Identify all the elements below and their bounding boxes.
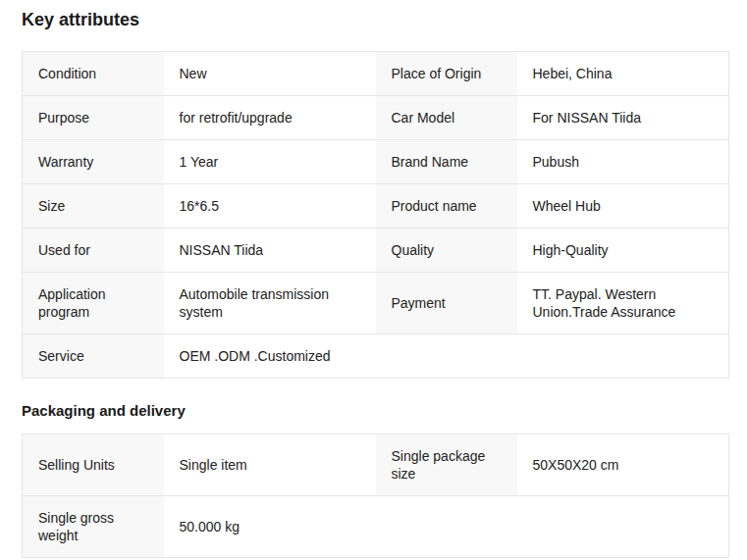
attr-value-quality: High-Quality xyxy=(517,229,729,273)
attr-value-single-gross-weight: 50.000 kg xyxy=(164,496,729,558)
attr-label-selling-units: Selling Units xyxy=(23,434,164,496)
table-row: Selling Units Single item Single package… xyxy=(23,434,729,496)
attr-value-application-program: Automobile transmission system xyxy=(164,273,376,334)
attr-label-single-package-size: Single package size xyxy=(376,434,517,496)
table-row: Purpose for retrofit/upgrade Car Model F… xyxy=(23,96,729,140)
table-row: Application program Automobile transmiss… xyxy=(23,273,729,334)
attr-label-product-name: Product name xyxy=(376,184,517,229)
attr-label-payment: Payment xyxy=(376,273,517,334)
attr-value-place-of-origin: Hebei, China xyxy=(517,52,729,96)
attr-value-size: 16*6.5 xyxy=(164,184,376,229)
attr-label-service: Service xyxy=(23,334,164,379)
attr-label-place-of-origin: Place of Origin xyxy=(376,52,517,96)
attr-label-single-gross-weight: Single gross weight xyxy=(23,496,164,558)
table-row: Condition New Place of Origin Hebei, Chi… xyxy=(23,52,729,96)
attr-value-selling-units: Single item xyxy=(164,434,376,496)
attr-value-service: OEM .ODM .Customized xyxy=(164,334,729,379)
attr-value-condition: New xyxy=(164,52,376,96)
table-row: Warranty 1 Year Brand Name Pubush xyxy=(23,140,729,184)
packaging-delivery-title: Packaging and delivery xyxy=(22,402,729,419)
table-row: Service OEM .ODM .Customized xyxy=(23,334,729,379)
attr-value-car-model: For NISSAN Tiida xyxy=(517,96,729,140)
attr-label-application-program: Application program xyxy=(23,273,164,334)
attr-value-brand-name: Pubush xyxy=(517,140,729,184)
packaging-delivery-table: Selling Units Single item Single package… xyxy=(22,433,729,558)
attr-label-condition: Condition xyxy=(23,52,164,96)
attr-label-quality: Quality xyxy=(376,229,517,273)
table-row: Size 16*6.5 Product name Wheel Hub xyxy=(23,184,729,229)
attr-value-single-package-size: 50X50X20 cm xyxy=(517,434,729,496)
attr-label-used-for: Used for xyxy=(23,229,164,273)
attr-value-purpose: for retrofit/upgrade xyxy=(164,96,376,140)
table-row: Single gross weight 50.000 kg xyxy=(23,496,729,558)
attr-value-used-for: NISSAN Tiida xyxy=(164,229,376,273)
attr-value-product-name: Wheel Hub xyxy=(517,184,729,229)
key-attributes-table: Condition New Place of Origin Hebei, Chi… xyxy=(22,51,729,379)
attr-value-payment: TT. Paypal. Western Union.Trade Assuranc… xyxy=(517,273,729,334)
key-attributes-title: Key attributes xyxy=(22,10,729,30)
attr-value-warranty: 1 Year xyxy=(164,140,376,184)
attr-label-car-model: Car Model xyxy=(376,96,517,140)
attr-label-purpose: Purpose xyxy=(23,96,164,140)
attr-label-brand-name: Brand Name xyxy=(376,140,517,184)
product-attributes-panel: Key attributes Condition New Place of Or… xyxy=(0,0,747,558)
table-row: Used for NISSAN Tiida Quality High-Quali… xyxy=(23,229,729,273)
attr-label-warranty: Warranty xyxy=(23,140,164,184)
attr-label-size: Size xyxy=(23,184,164,229)
